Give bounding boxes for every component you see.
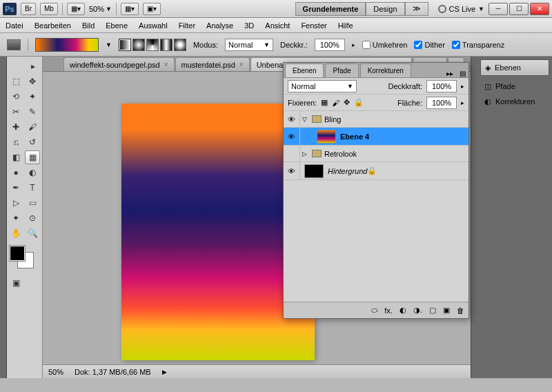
visibility-icon[interactable]: 👁 — [284, 111, 300, 127]
rpanel-korrekturen[interactable]: ◐Korrekturen — [480, 94, 549, 109]
dodge-tool[interactable]: ◐ — [25, 166, 40, 179]
minimize-button[interactable]: ─ — [489, 3, 508, 15]
hand-tool[interactable]: ✋ — [8, 226, 23, 240]
doc-tab-1[interactable]: windeffekt-soundpegel.psd× — [63, 57, 175, 71]
view-extras-button[interactable]: ▦▾ — [67, 3, 85, 15]
fx-icon[interactable]: fx. — [384, 306, 393, 315]
modus-select[interactable]: Normal▼ — [225, 39, 273, 51]
status-menu[interactable]: ▶ — [162, 369, 167, 375]
workspace-grundelemente[interactable]: Grundelemente — [295, 2, 366, 16]
gradient-reflected[interactable] — [160, 39, 172, 51]
adjustment-icon[interactable]: ◑. — [413, 306, 422, 315]
arrange-button[interactable]: ▦▾ — [121, 3, 139, 15]
color-swatches[interactable] — [8, 246, 36, 273]
lp-tab-ebenen[interactable]: Ebenen — [285, 63, 324, 77]
group-icon[interactable]: ▢ — [429, 306, 436, 315]
close-icon[interactable]: × — [239, 61, 244, 68]
foreground-color[interactable] — [10, 246, 25, 261]
left-dock-strip[interactable] — [0, 57, 7, 378]
right-dock-strip[interactable] — [471, 57, 477, 378]
workspace-more[interactable]: ≫ — [405, 2, 428, 16]
cslive-button[interactable]: CS Live▼ — [438, 5, 484, 13]
layer-thumbnail[interactable] — [317, 130, 336, 144]
close-button[interactable]: ✕ — [530, 3, 549, 15]
history-brush-tool[interactable]: ↺ — [25, 135, 40, 149]
move-tool[interactable]: ⬚ — [8, 75, 23, 88]
umkehren-checkbox[interactable]: Umkehren — [362, 41, 408, 49]
menu-ebene[interactable]: Ebene — [106, 21, 128, 30]
gradient-diamond[interactable] — [174, 39, 186, 51]
disclosure-icon[interactable]: ▷ — [302, 150, 307, 157]
eraser-tool[interactable]: ◧ — [8, 150, 23, 164]
menu-hilfe[interactable]: Hilfe — [338, 21, 353, 30]
flaeche-input[interactable]: 100% — [426, 97, 457, 109]
lasso-tool[interactable]: ⟲ — [8, 90, 23, 104]
gradient-linear[interactable] — [119, 39, 131, 51]
visibility-icon[interactable]: 👁 — [284, 128, 300, 145]
gradient-preview[interactable] — [35, 38, 99, 52]
wand-tool[interactable]: ✦ — [25, 90, 40, 104]
marquee-tool[interactable]: ✥ — [25, 75, 40, 88]
dither-checkbox[interactable]: Dither — [414, 41, 444, 49]
lp-collapse-icon[interactable]: ▸▸ — [444, 70, 456, 77]
zoom-tool[interactable]: 🔍 — [25, 226, 40, 240]
collapse-toolbox[interactable]: ▸ — [26, 59, 41, 73]
disclosure-icon[interactable]: ▽ — [302, 116, 307, 123]
visibility-icon[interactable] — [284, 146, 300, 161]
minibridge-button[interactable]: Mb — [40, 3, 58, 15]
deckkraft-input[interactable]: 100% — [426, 80, 457, 92]
gradient-picker-arrow[interactable]: ▼ — [106, 41, 112, 48]
layer-hintergrund[interactable]: 👁 Hintergrund 🔒 — [284, 162, 469, 180]
lp-tab-korrekturen[interactable]: Korrekturen — [360, 63, 411, 77]
doc-tab-2[interactable]: musterdatei.psd× — [175, 57, 250, 71]
mask-icon[interactable]: ◐ — [400, 306, 406, 315]
3d-camera-tool[interactable]: ⊙ — [25, 211, 40, 225]
tool-preset[interactable] — [7, 39, 21, 50]
lock-transparent-icon[interactable]: ▦ — [321, 98, 328, 107]
lock-all-icon[interactable]: 🔒 — [354, 98, 364, 107]
menu-analyse[interactable]: Analyse — [206, 21, 233, 30]
status-zoom[interactable]: 50% — [48, 368, 63, 376]
layer-group-bling[interactable]: 👁 ▽ Bling — [284, 111, 469, 128]
link-layers-icon[interactable]: ⬭ — [371, 306, 377, 315]
zoom-select[interactable]: 50%▼ — [89, 5, 112, 13]
heal-tool[interactable]: ✚ — [8, 120, 23, 134]
lock-pixels-icon[interactable]: 🖌 — [332, 99, 339, 107]
blur-tool[interactable]: ● — [8, 166, 23, 179]
screenmode-button[interactable]: ▣▾ — [143, 3, 161, 15]
menu-3d[interactable]: 3D — [244, 21, 254, 30]
rpanel-pfade[interactable]: ◫Pfade — [480, 79, 549, 94]
path-tool[interactable]: ▷ — [8, 196, 23, 210]
menu-auswahl[interactable]: Auswahl — [139, 21, 168, 30]
brush-tool[interactable]: 🖌 — [25, 120, 40, 134]
lp-tab-pfade[interactable]: Pfade — [325, 63, 358, 77]
workspace-design[interactable]: Design — [366, 2, 404, 16]
gradient-radial[interactable] — [132, 39, 145, 51]
trash-icon[interactable]: 🗑 — [457, 306, 464, 315]
blend-mode-select[interactable]: Normal▼ — [288, 80, 357, 92]
bridge-button[interactable]: Br — [21, 3, 36, 15]
deckkr-input[interactable]: 100% — [315, 39, 345, 51]
gradient-tool[interactable]: ▦ — [25, 150, 40, 164]
stamp-tool[interactable]: ⎌ — [8, 135, 23, 149]
layer-group-retrolook[interactable]: ▷ Retrolook — [284, 146, 469, 162]
menu-filter[interactable]: Filter — [179, 21, 195, 30]
status-dok[interactable]: Dok: 1,37 MB/6,66 MB — [75, 368, 151, 376]
shape-tool[interactable]: ▭ — [25, 196, 40, 210]
quickmask-toggle[interactable]: ▣ — [8, 276, 23, 290]
menu-ansicht[interactable]: Ansicht — [265, 21, 290, 30]
transparenz-checkbox[interactable]: Transparenz — [452, 41, 504, 49]
new-layer-icon[interactable]: ▣ — [443, 306, 450, 315]
eyedropper-tool[interactable]: ✎ — [25, 105, 40, 119]
menu-bild[interactable]: Bild — [82, 21, 95, 30]
gradient-angle[interactable] — [146, 39, 159, 51]
rpanel-ebenen[interactable]: ◈Ebenen — [480, 59, 549, 76]
crop-tool[interactable]: ✂ — [8, 105, 23, 119]
layer-ebene4[interactable]: 👁 Ebene 4 — [284, 128, 469, 146]
menu-bearbeiten[interactable]: Bearbeiten — [34, 21, 71, 30]
close-icon[interactable]: × — [164, 61, 168, 68]
visibility-icon[interactable]: 👁 — [284, 162, 300, 179]
pen-tool[interactable]: ✒ — [8, 181, 23, 195]
3d-tool[interactable]: ✦ — [8, 211, 23, 225]
menu-datei[interactable]: Datei — [6, 21, 23, 30]
